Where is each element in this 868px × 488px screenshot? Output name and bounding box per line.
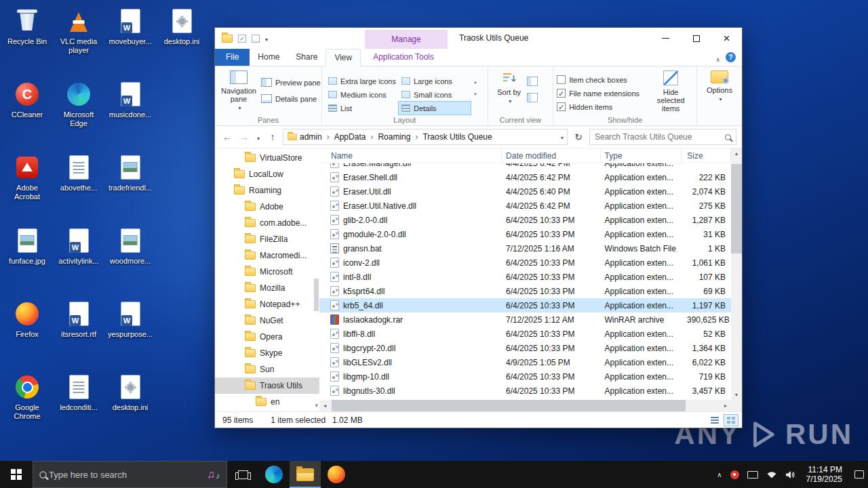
file-row[interactable]: Eraser.Shell.dll 4/4/2025 6:42 PM Applic… <box>319 170 731 184</box>
tree-item[interactable]: Traosk Utils <box>215 378 319 394</box>
options-button[interactable]: Options <box>701 68 738 115</box>
file-row[interactable]: krb5_64.dll 6/4/2025 10:33 PM Applicatio… <box>319 298 731 312</box>
desktop-icon[interactable]: yespurpose... <box>104 296 156 369</box>
tree-item[interactable]: Mozilla <box>215 280 319 296</box>
column-header-name[interactable]: Name <box>319 148 502 163</box>
scroll-down-icon[interactable] <box>731 390 742 400</box>
qat-properties-icon[interactable] <box>238 35 246 43</box>
tab-view[interactable]: View <box>326 49 361 66</box>
recent-locations-chevron-icon[interactable] <box>254 131 262 142</box>
taskbar-search-input[interactable] <box>49 470 207 480</box>
scroll-up-icon[interactable] <box>731 148 742 159</box>
desktop-icon[interactable]: Recycle Bin <box>1 3 53 76</box>
desktop-icon[interactable]: abovethe... <box>53 149 104 222</box>
tree-item[interactable]: Skype <box>215 345 319 361</box>
add-columns-icon[interactable] <box>527 93 538 102</box>
action-center-icon[interactable] <box>854 470 864 479</box>
network-icon[interactable] <box>766 470 777 479</box>
file-row[interactable]: Eraser.Util.Native.dll 4/4/2025 6:42 PM … <box>319 199 731 213</box>
desktop-icon[interactable]: itsresort.rtf <box>53 296 104 369</box>
tree-item[interactable]: Roaming <box>215 182 319 199</box>
desktop-icon[interactable]: Adobe Acrobat <box>1 149 53 222</box>
qat-customize-chevron-icon[interactable] <box>265 34 268 43</box>
file-row[interactable]: libGLESv2.dll 4/9/2025 1:05 PM Applicati… <box>319 355 731 369</box>
desktop-icon[interactable]: VLC media player <box>53 3 104 76</box>
ribbon-checkbox[interactable]: Hidden items <box>557 102 649 111</box>
tab-application-tools[interactable]: Application Tools <box>365 49 442 66</box>
file-row[interactable]: libffi-8.dll 6/4/2025 10:33 PM Applicati… <box>319 327 731 341</box>
desktop-icon[interactable]: Firefox <box>1 296 53 369</box>
file-row[interactable]: Eraser.Manager.dll 4/4/2025 6:42 PM Appl… <box>319 163 731 170</box>
ribbon-checkbox[interactable]: File name extensions <box>557 89 649 98</box>
tree-item[interactable]: NuGet <box>215 312 319 329</box>
tree-item[interactable]: Macromedi... <box>215 247 319 264</box>
collapse-ribbon-icon[interactable] <box>715 54 720 64</box>
tree-item[interactable]: en <box>215 394 319 410</box>
navigation-pane-button[interactable]: Navigation pane <box>218 68 259 115</box>
touch-keyboard-icon[interactable] <box>747 471 758 479</box>
close-button[interactable] <box>711 28 742 49</box>
address-dropdown-icon[interactable] <box>561 132 564 142</box>
preview-pane-button[interactable]: Preview pane <box>259 77 323 87</box>
back-button[interactable] <box>220 131 234 142</box>
desktop-icon[interactable]: musicdone... <box>104 76 156 149</box>
layout-option[interactable]: Extra large icons <box>326 75 397 87</box>
breadcrumb-item[interactable]: Traosk Utils Queue <box>422 132 492 142</box>
desktop-icon[interactable]: woodmore... <box>104 222 156 296</box>
minimize-button[interactable] <box>650 28 681 49</box>
desktop-icon[interactable]: desktop.ini <box>104 369 156 442</box>
desktop-icon[interactable]: movebuyer... <box>104 3 156 76</box>
details-pane-button[interactable]: Details pane <box>259 94 323 104</box>
layout-option[interactable]: Large icons <box>399 75 471 87</box>
task-view-button[interactable] <box>227 461 258 488</box>
layout-option[interactable]: Details <box>399 102 471 115</box>
breadcrumb-item[interactable]: admin <box>300 132 334 142</box>
desktop-icon[interactable]: CCleaner <box>1 76 53 149</box>
tree-item[interactable]: VirtualStore <box>215 150 319 166</box>
start-button[interactable] <box>0 461 33 488</box>
ribbon-checkbox[interactable]: Item check boxes <box>557 75 649 84</box>
tree-item[interactable]: com.adobe... <box>215 215 319 231</box>
desktop-icon[interactable]: ledconditi... <box>53 369 104 442</box>
file-row[interactable]: iconv-2.dll 6/4/2025 10:33 PM Applicatio… <box>319 256 731 270</box>
volume-icon[interactable] <box>785 470 795 479</box>
vertical-scrollbar[interactable] <box>731 148 742 400</box>
refresh-icon[interactable] <box>571 131 586 142</box>
scroll-left-icon[interactable] <box>319 400 330 411</box>
explorer-search-input[interactable] <box>595 132 725 142</box>
tab-home[interactable]: Home <box>250 49 288 66</box>
column-header-size[interactable]: Size <box>682 148 731 163</box>
layout-scroll-down-icon[interactable] <box>474 88 477 98</box>
horizontal-scrollbar[interactable] <box>319 400 731 411</box>
up-button[interactable] <box>266 131 279 142</box>
taskbar-clock[interactable]: 11:14 PM 7/19/2025 <box>804 465 845 484</box>
file-row[interactable]: libgcrypt-20.dll 6/4/2025 10:33 PM Appli… <box>319 341 731 355</box>
taskbar-file-explorer-button[interactable] <box>290 461 321 488</box>
taskbar-edge-button[interactable] <box>258 461 290 488</box>
maximize-button[interactable] <box>681 28 711 49</box>
desktop-icon[interactable]: activitylink... <box>53 222 104 296</box>
tree-item[interactable]: LocalLow <box>215 166 319 182</box>
taskbar-firefox-button[interactable] <box>321 461 352 488</box>
large-icons-view-toggle[interactable] <box>724 414 738 426</box>
scroll-right-icon[interactable] <box>720 400 731 411</box>
file-row[interactable]: Eraser.Util.dll 4/4/2025 6:40 PM Applica… <box>319 184 731 199</box>
tray-red-icon[interactable] <box>730 470 739 479</box>
file-row[interactable]: gmodule-2.0-0.dll 6/4/2025 10:33 PM Appl… <box>319 227 731 241</box>
address-box[interactable]: admin AppData Roaming Traosk Utils Queue <box>283 129 568 145</box>
layout-option[interactable]: List <box>326 102 397 115</box>
file-row[interactable]: laslaokadogk.rar 7/12/2025 1:12 AM WinRA… <box>319 312 731 327</box>
horizontal-scrollbar-thumb[interactable] <box>332 400 686 411</box>
tree-scroll-down-icon[interactable] <box>315 400 318 409</box>
desktop-icon[interactable]: Microsoft Edge <box>53 76 104 149</box>
layout-option[interactable]: Medium icons <box>326 88 397 101</box>
tree-item[interactable]: Microsoft <box>215 264 319 280</box>
file-row[interactable]: intl-8.dll 6/4/2025 10:33 PM Application… <box>319 270 731 284</box>
tab-share[interactable]: Share <box>288 49 326 66</box>
breadcrumb-item[interactable]: AppData <box>334 132 378 142</box>
tree-item[interactable]: Sun <box>215 361 319 378</box>
qat-new-folder-icon[interactable] <box>252 35 260 43</box>
hide-selected-items-button[interactable]: Hide selected items <box>649 68 692 115</box>
sort-by-button[interactable]: Sort by <box>492 68 527 115</box>
desktop-icon[interactable]: Google Chrome <box>1 369 53 442</box>
